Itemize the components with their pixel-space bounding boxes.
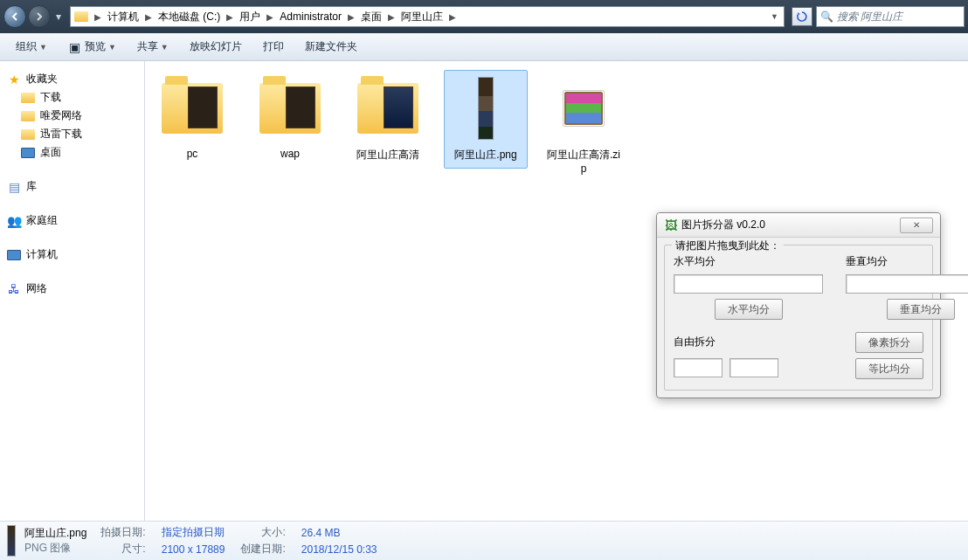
breadcrumb-item[interactable]: 桌面 bbox=[357, 7, 385, 26]
folder-icon bbox=[21, 111, 35, 121]
file-list-area[interactable]: pc wap 阿里山庄高清 阿里山庄.png 阿里山庄高清.zip 🖼 bbox=[145, 61, 968, 521]
nav-back-button[interactable] bbox=[3, 5, 26, 28]
app-icon: 🖼 bbox=[664, 218, 678, 232]
status-dim-label: 尺寸: bbox=[100, 542, 145, 557]
sidebar-homegroup[interactable]: 👥 家庭组 bbox=[0, 211, 144, 230]
navigation-sidebar: ★ 收藏夹 下载 唯爱网络 迅雷下载 桌面 ▤ 库 👥 家庭组 计算机 bbox=[0, 61, 145, 521]
breadcrumb-item[interactable]: Administrator bbox=[276, 7, 345, 26]
chevron-right-icon[interactable]: ▶ bbox=[264, 12, 276, 22]
homegroup-icon: 👥 bbox=[7, 214, 21, 228]
chevron-right-icon[interactable]: ▶ bbox=[446, 12, 459, 22]
free-split-input-2[interactable] bbox=[729, 358, 778, 377]
status-created-value: 2018/12/15 0:33 bbox=[301, 543, 377, 556]
sidebar-item-downloads[interactable]: 下载 bbox=[0, 88, 144, 107]
share-button[interactable]: 共享▼ bbox=[128, 37, 177, 57]
free-split-input-1[interactable] bbox=[674, 358, 723, 377]
image-splitter-dialog: 🖼 图片拆分器 v0.2.0 ✕ 请把图片拖曳到此处： 水平均分 水平均分 bbox=[656, 212, 941, 398]
chevron-right-icon[interactable]: ▶ bbox=[224, 12, 236, 22]
folder-icon bbox=[21, 93, 35, 103]
nav-forward-button[interactable] bbox=[28, 5, 51, 28]
file-label: 阿里山庄.png bbox=[446, 148, 525, 162]
status-filetype: PNG 图像 bbox=[24, 541, 86, 556]
sidebar-item-weiai[interactable]: 唯爱网络 bbox=[0, 107, 144, 125]
file-item-folder[interactable]: pc bbox=[150, 70, 234, 166]
file-item-folder[interactable]: wap bbox=[248, 70, 332, 166]
status-size-value: 26.4 MB bbox=[301, 527, 377, 539]
status-filename: 阿里山庄.png bbox=[24, 526, 86, 541]
status-shot-value[interactable]: 指定拍摄日期 bbox=[162, 525, 225, 540]
address-dropdown-icon[interactable]: ▼ bbox=[765, 12, 784, 21]
refresh-button[interactable] bbox=[792, 7, 812, 26]
new-folder-button[interactable]: 新建文件夹 bbox=[296, 37, 366, 57]
computer-icon bbox=[7, 250, 21, 260]
explorer-toolbar: 组织▼ ▣ 预览▼ 共享▼ 放映幻灯片 打印 新建文件夹 bbox=[0, 33, 968, 61]
file-item-png[interactable]: 阿里山庄.png bbox=[444, 70, 528, 169]
v-split-input[interactable] bbox=[846, 274, 968, 294]
chevron-right-icon[interactable]: ▶ bbox=[345, 12, 357, 22]
pixel-split-button[interactable]: 像素拆分 bbox=[855, 332, 923, 353]
dialog-title-text: 图片拆分器 v0.2.0 bbox=[681, 218, 765, 232]
folder-icon bbox=[21, 129, 35, 140]
address-bar[interactable]: ▶ 计算机 ▶ 本地磁盘 (C:) ▶ 用户 ▶ Administrator ▶… bbox=[70, 6, 785, 27]
breadcrumb-item[interactable]: 阿里山庄 bbox=[398, 7, 446, 26]
print-button[interactable]: 打印 bbox=[254, 37, 293, 57]
breadcrumb-item[interactable]: 用户 bbox=[236, 7, 264, 26]
h-split-button[interactable]: 水平均分 bbox=[715, 299, 783, 320]
nav-history-dropdown[interactable]: ▾ bbox=[52, 10, 65, 23]
status-shot-label: 拍摄日期: bbox=[100, 525, 145, 540]
status-size-label: 大小: bbox=[240, 525, 285, 540]
network-icon: 🖧 bbox=[7, 282, 21, 296]
chevron-right-icon[interactable]: ▶ bbox=[92, 12, 104, 22]
sidebar-network[interactable]: 🖧 网络 bbox=[0, 280, 144, 298]
details-pane: 阿里山庄.png PNG 图像 拍摄日期: 指定拍摄日期 大小: 26.4 MB… bbox=[0, 521, 968, 560]
breadcrumb-item[interactable]: 计算机 bbox=[104, 7, 142, 26]
status-dim-value: 2100 x 17889 bbox=[162, 543, 225, 556]
archive-icon bbox=[564, 92, 603, 125]
group-legend: 请把图片拖曳到此处： bbox=[672, 239, 784, 253]
sidebar-item-xunlei[interactable]: 迅雷下载 bbox=[0, 125, 144, 143]
image-thumbnail-icon bbox=[478, 77, 494, 140]
desktop-icon bbox=[21, 148, 35, 158]
organize-button[interactable]: 组织▼ bbox=[7, 37, 56, 57]
file-item-folder[interactable]: 阿里山庄高清 bbox=[346, 70, 430, 169]
slideshow-button[interactable]: 放映幻灯片 bbox=[181, 37, 251, 57]
explorer-main: ★ 收藏夹 下载 唯爱网络 迅雷下载 桌面 ▤ 库 👥 家庭组 计算机 bbox=[0, 61, 968, 521]
drop-zone-group[interactable]: 请把图片拖曳到此处： 水平均分 水平均分 垂直均分 垂直均分 bbox=[664, 245, 933, 391]
v-split-label: 垂直均分 bbox=[846, 254, 968, 269]
preview-thumbnail-icon bbox=[7, 525, 16, 557]
window-titlebar: ▾ ▶ 计算机 ▶ 本地磁盘 (C:) ▶ 用户 ▶ Administrator… bbox=[0, 0, 968, 33]
free-split-label: 自由拆分 bbox=[674, 335, 716, 349]
dialog-titlebar[interactable]: 🖼 图片拆分器 v0.2.0 ✕ bbox=[657, 213, 940, 238]
sidebar-favorites[interactable]: ★ 收藏夹 bbox=[0, 70, 144, 88]
v-split-button[interactable]: 垂直均分 bbox=[887, 299, 955, 320]
preview-button[interactable]: ▣ 预览▼ bbox=[59, 37, 125, 57]
file-label: pc bbox=[153, 148, 232, 160]
ratio-split-button[interactable]: 等比均分 bbox=[855, 358, 923, 379]
search-placeholder: 搜索 阿里山庄 bbox=[837, 10, 902, 24]
file-item-zip[interactable]: 阿里山庄高清.zip bbox=[542, 70, 626, 181]
sidebar-libraries[interactable]: ▤ 库 bbox=[0, 177, 144, 196]
breadcrumb-item[interactable]: 本地磁盘 (C:) bbox=[155, 7, 224, 26]
status-created-label: 创建日期: bbox=[240, 542, 285, 557]
file-label: 阿里山庄高清 bbox=[349, 148, 427, 162]
chevron-right-icon[interactable]: ▶ bbox=[142, 12, 155, 22]
h-split-label: 水平均分 bbox=[674, 254, 823, 269]
file-label: wap bbox=[251, 148, 329, 160]
search-input[interactable]: 🔍 搜索 阿里山庄 bbox=[816, 6, 965, 27]
star-icon: ★ bbox=[7, 73, 21, 86]
libraries-icon: ▤ bbox=[7, 180, 21, 194]
search-icon: 🔍 bbox=[820, 10, 833, 23]
close-button[interactable]: ✕ bbox=[900, 218, 933, 233]
preview-icon: ▣ bbox=[68, 40, 82, 54]
file-label: 阿里山庄高清.zip bbox=[544, 148, 623, 175]
sidebar-computer[interactable]: 计算机 bbox=[0, 245, 144, 264]
chevron-right-icon[interactable]: ▶ bbox=[385, 12, 398, 22]
sidebar-item-desktop[interactable]: 桌面 bbox=[0, 143, 144, 162]
folder-icon bbox=[73, 8, 90, 25]
h-split-input[interactable] bbox=[674, 274, 823, 294]
